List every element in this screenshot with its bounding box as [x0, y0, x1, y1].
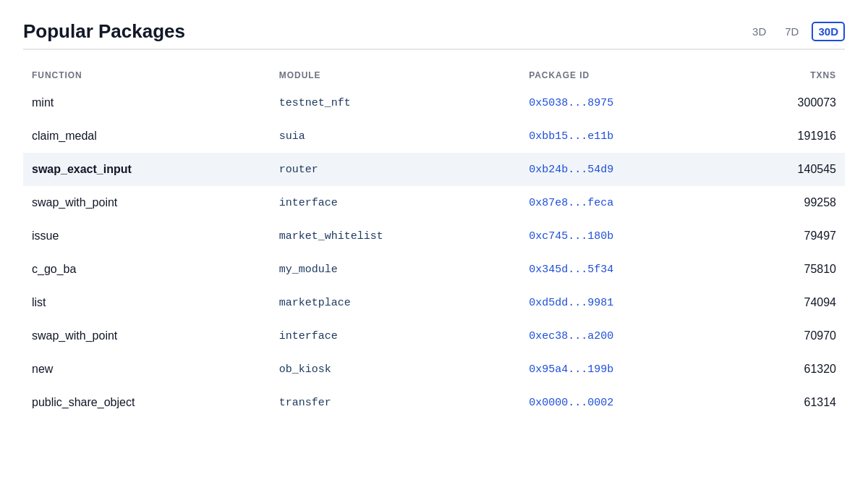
cell-function: list: [23, 286, 271, 319]
table-row[interactable]: swap_with_pointinterface0xec38...a200709…: [23, 319, 845, 353]
cell-function: swap_with_point: [23, 186, 271, 219]
cell-module: testnet_nft: [271, 86, 520, 119]
cell-package-id: 0x345d...5f34: [520, 253, 730, 286]
table-row[interactable]: c_go_bamy_module0x345d...5f3475810: [23, 253, 845, 286]
table-row[interactable]: swap_with_pointinterface0x87e8...feca992…: [23, 186, 845, 219]
col-header-txns: TXNS: [730, 64, 845, 86]
cell-package-id: 0x5038...8975: [520, 86, 730, 119]
table-header: FUNCTION MODULE PACKAGE ID TXNS: [23, 64, 845, 86]
cell-module: interface: [271, 319, 520, 353]
cell-function: new: [23, 353, 271, 386]
cell-package-id: 0xec38...a200: [520, 319, 730, 353]
page-title: Popular Packages: [23, 20, 185, 43]
cell-function: swap_with_point: [23, 319, 271, 353]
cell-txns: 61314: [730, 386, 845, 419]
cell-txns: 140545: [730, 153, 845, 186]
cell-module: my_module: [271, 253, 520, 286]
cell-package-id: 0x87e8...feca: [520, 186, 730, 219]
cell-package-id: 0xbb15...e11b: [520, 119, 730, 153]
cell-txns: 70970: [730, 319, 845, 353]
cell-package-id: 0xb24b...54d9: [520, 153, 730, 186]
cell-module: router: [271, 153, 520, 186]
cell-txns: 191916: [730, 119, 845, 153]
table-row[interactable]: newob_kiosk0x95a4...199b61320: [23, 353, 845, 386]
col-header-function: FUNCTION: [23, 64, 271, 86]
table-row[interactable]: claim_medalsuia0xbb15...e11b191916: [23, 119, 845, 153]
table-row[interactable]: issuemarket_whitelist0xc745...180b79497: [23, 219, 845, 253]
filter-7d-button[interactable]: 7D: [779, 22, 804, 41]
cell-txns: 99258: [730, 186, 845, 219]
cell-txns: 300073: [730, 86, 845, 119]
cell-txns: 61320: [730, 353, 845, 386]
table-row[interactable]: listmarketplace0xd5dd...998174094: [23, 286, 845, 319]
page-container: Popular Packages 3D 7D 30D FUNCTION MODU…: [0, 0, 868, 439]
cell-function: public_share_object: [23, 386, 271, 419]
cell-package-id: 0x95a4...199b: [520, 353, 730, 386]
col-header-package-id: PACKAGE ID: [520, 64, 730, 86]
cell-module: suia: [271, 119, 520, 153]
page-header: Popular Packages 3D 7D 30D: [23, 20, 845, 43]
table-row[interactable]: swap_exact_inputrouter0xb24b...54d914054…: [23, 153, 845, 186]
cell-function: swap_exact_input: [23, 153, 271, 186]
cell-module: interface: [271, 186, 520, 219]
table-row[interactable]: minttestnet_nft0x5038...8975300073: [23, 86, 845, 119]
cell-txns: 75810: [730, 253, 845, 286]
cell-module: marketplace: [271, 286, 520, 319]
filter-3d-button[interactable]: 3D: [746, 22, 772, 41]
cell-function: claim_medal: [23, 119, 271, 153]
table-row[interactable]: public_share_objecttransfer0x0000...0002…: [23, 386, 845, 419]
cell-txns: 79497: [730, 219, 845, 253]
col-header-module: MODULE: [271, 64, 520, 86]
cell-function: mint: [23, 86, 271, 119]
cell-module: ob_kiosk: [271, 353, 520, 386]
filter-30d-button[interactable]: 30D: [812, 22, 845, 41]
cell-function: c_go_ba: [23, 253, 271, 286]
cell-package-id: 0xc745...180b: [520, 219, 730, 253]
packages-table: FUNCTION MODULE PACKAGE ID TXNS minttest…: [23, 64, 845, 419]
cell-module: market_whitelist: [271, 219, 520, 253]
cell-package-id: 0xd5dd...9981: [520, 286, 730, 319]
table-body: minttestnet_nft0x5038...8975300073claim_…: [23, 86, 845, 419]
cell-module: transfer: [271, 386, 520, 419]
time-filter-group: 3D 7D 30D: [746, 22, 845, 41]
cell-package-id: 0x0000...0002: [520, 386, 730, 419]
cell-txns: 74094: [730, 286, 845, 319]
cell-function: issue: [23, 219, 271, 253]
header-divider: [23, 49, 845, 50]
